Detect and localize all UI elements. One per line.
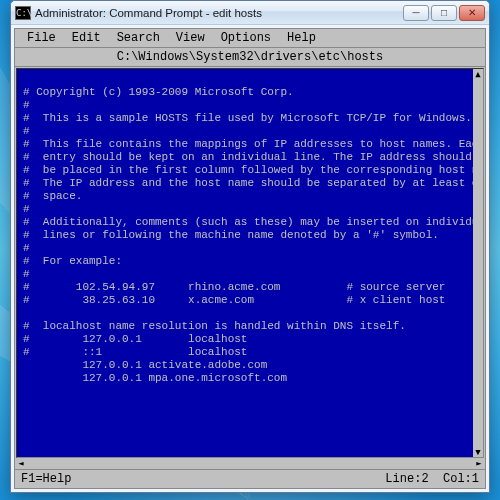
scroll-left-icon[interactable]: ◄ — [16, 458, 26, 468]
editor-line: # — [23, 268, 30, 280]
editor-line: # localhost name resolution is handled w… — [23, 320, 406, 332]
status-col-label: Col: — [443, 470, 472, 488]
vertical-scrollbar[interactable]: ▲ ▼ — [473, 69, 483, 457]
editor-line: # lines or following the machine name de… — [23, 229, 439, 241]
close-button[interactable]: ✕ — [459, 5, 485, 21]
menu-file[interactable]: File — [19, 29, 64, 47]
file-path: C:\Windows\System32\drivers\etc\hosts — [15, 48, 485, 67]
editor-line: # ::1 localhost — [23, 346, 247, 358]
status-bar: F1=Help Line:2 Col:1 — [15, 469, 485, 488]
menu-search[interactable]: Search — [109, 29, 168, 47]
command-prompt-window: C:\ Administrator: Command Prompt - edit… — [10, 0, 490, 493]
editor-line: # 102.54.94.97 rhino.acme.com # source s… — [23, 281, 445, 293]
titlebar[interactable]: C:\ Administrator: Command Prompt - edit… — [11, 1, 489, 25]
text-editor-area[interactable]: # Copyright (c) 1993-2009 Microsoft Corp… — [16, 68, 484, 458]
window-title: Administrator: Command Prompt - edit hos… — [35, 7, 403, 19]
editor-line: # This file contains the mappings of IP … — [23, 138, 484, 150]
horizontal-scrollbar[interactable]: ◄ ► — [16, 458, 484, 468]
editor-line: # — [23, 203, 30, 215]
editor-line: # entry should be kept on an individual … — [23, 151, 472, 163]
scroll-right-icon[interactable]: ► — [474, 458, 484, 468]
menu-help[interactable]: Help — [279, 29, 324, 47]
editor-line: # 38.25.63.10 x.acme.com # x client host — [23, 294, 445, 306]
status-line-label: Line: — [385, 470, 421, 488]
menu-options[interactable]: Options — [213, 29, 279, 47]
editor-line: # — [23, 125, 30, 137]
editor-line: # space. — [23, 190, 82, 202]
editor-line: # — [23, 99, 30, 111]
editor-chrome: File Edit Search View Options Help C:\Wi… — [14, 28, 486, 489]
scroll-up-icon[interactable]: ▲ — [473, 69, 483, 79]
menu-edit[interactable]: Edit — [64, 29, 109, 47]
editor-line: 127.0.0.1 mpa.one.microsoft.com — [23, 372, 287, 384]
minimize-button[interactable]: ─ — [403, 5, 429, 21]
window-icon: C:\ — [15, 6, 31, 20]
editor-line: # Additionally, comments (such as these)… — [23, 216, 484, 228]
status-help: F1=Help — [21, 470, 71, 488]
editor-line: 127.0.0.1 activate.adobe.com — [23, 359, 267, 371]
menubar: File Edit Search View Options Help — [15, 29, 485, 48]
editor-line: # Copyright (c) 1993-2009 Microsoft Corp… — [23, 86, 294, 98]
editor-line: # For example: — [23, 255, 122, 267]
maximize-button[interactable]: □ — [431, 5, 457, 21]
editor-line: # be placed in the first column followed… — [23, 164, 484, 176]
status-col-value: 1 — [472, 470, 479, 488]
editor-line: # — [23, 242, 30, 254]
status-line-value: 2 — [421, 470, 428, 488]
menu-view[interactable]: View — [168, 29, 213, 47]
editor-line: # This is a sample HOSTS file used by Mi… — [23, 112, 472, 124]
editor-line: # The IP address and the host name shoul… — [23, 177, 484, 189]
scroll-down-icon[interactable]: ▼ — [473, 447, 483, 457]
editor-line: # 127.0.0.1 localhost — [23, 333, 247, 345]
